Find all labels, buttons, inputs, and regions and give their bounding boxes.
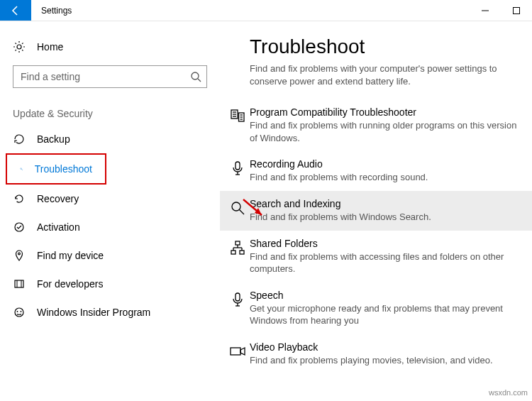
sidebar-item-label: Windows Insider Program xyxy=(37,307,150,318)
troubleshooter-search-indexing[interactable]: Search and Indexing Find and fix problem… xyxy=(220,191,532,231)
search-icon xyxy=(190,71,201,82)
svg-point-27 xyxy=(232,202,240,211)
page-heading: Troubleshoot xyxy=(220,35,532,62)
svg-line-28 xyxy=(240,210,245,215)
window-title: Settings xyxy=(31,0,470,21)
sidebar-item-label: Troubleshoot xyxy=(35,163,92,175)
search-input[interactable] xyxy=(13,65,207,88)
svg-rect-1 xyxy=(514,7,520,13)
svg-line-7 xyxy=(22,169,23,170)
page-lead: Find and fix problems with your computer… xyxy=(220,62,532,99)
troubleshooter-title: Program Compatibility Troubleshooter xyxy=(250,106,518,119)
watermark: wsxdn.com xyxy=(489,388,528,397)
insider-icon xyxy=(13,306,26,319)
gear-icon xyxy=(13,40,26,53)
location-icon xyxy=(13,249,26,262)
sidebar-item-label: Recovery xyxy=(37,193,79,204)
main-content: Troubleshoot Find and fix problems with … xyxy=(220,21,532,401)
back-button[interactable] xyxy=(0,0,31,21)
troubleshooter-desc: Find and fix problems playing movies, te… xyxy=(250,354,518,367)
svg-rect-39 xyxy=(231,348,240,355)
troubleshooter-recording-audio[interactable]: Recording Audio Find and fix problems wi… xyxy=(220,151,532,191)
svg-point-15 xyxy=(21,311,22,312)
svg-rect-36 xyxy=(235,293,240,301)
sidebar-item-troubleshoot[interactable]: Troubleshoot xyxy=(7,155,105,183)
sidebar: Home Update & Security Backup Troublesho… xyxy=(0,21,220,401)
annotation-highlight: Troubleshoot xyxy=(6,153,106,185)
svg-point-9 xyxy=(18,253,21,255)
troubleshooter-desc: Find and fix problems with recording sou… xyxy=(250,171,518,184)
sidebar-home-label: Home xyxy=(37,41,63,53)
troubleshooter-video-playback[interactable]: Video Playback Find and fix problems pla… xyxy=(220,334,532,374)
svg-point-13 xyxy=(15,308,23,317)
svg-rect-29 xyxy=(235,241,240,245)
sidebar-section-header: Update & Security xyxy=(0,101,220,125)
developers-icon xyxy=(13,278,26,290)
sidebar-item-label: Activation xyxy=(37,221,80,233)
minimize-button[interactable] xyxy=(470,0,501,21)
troubleshooter-desc: Find and fix problems with accessing fil… xyxy=(250,251,518,275)
recovery-icon xyxy=(13,192,26,205)
sidebar-item-home[interactable]: Home xyxy=(0,33,220,61)
maximize-button[interactable] xyxy=(501,0,532,21)
sidebar-item-recovery[interactable]: Recovery xyxy=(0,185,220,213)
svg-point-2 xyxy=(17,45,21,49)
sidebar-item-backup[interactable]: Backup xyxy=(0,125,220,153)
troubleshooter-title: Search and Indexing xyxy=(250,198,518,211)
troubleshooter-title: Video Playback xyxy=(250,341,518,354)
sidebar-item-find-my-device[interactable]: Find my device xyxy=(0,241,220,270)
search-icon xyxy=(226,198,250,224)
svg-rect-10 xyxy=(15,280,23,287)
svg-point-8 xyxy=(15,223,23,231)
svg-point-5 xyxy=(21,167,22,169)
sidebar-item-label: Backup xyxy=(37,133,70,145)
video-icon xyxy=(226,341,250,367)
troubleshooter-program-compatibility[interactable]: Program Compatibility Troubleshooter Fin… xyxy=(220,99,532,151)
microphone-icon xyxy=(226,290,250,327)
sidebar-item-insider[interactable]: Windows Insider Program xyxy=(0,298,220,326)
svg-rect-31 xyxy=(240,251,244,254)
sidebar-item-for-developers[interactable]: For developers xyxy=(0,270,220,298)
troubleshooter-shared-folders[interactable]: Shared Folders Find and fix problems wit… xyxy=(220,231,532,282)
troubleshooter-title: Recording Audio xyxy=(250,158,518,171)
troubleshooter-speech[interactable]: Speech Get your microphone ready and fix… xyxy=(220,282,532,334)
svg-point-14 xyxy=(17,311,18,312)
sidebar-item-label: Find my device xyxy=(37,250,104,261)
svg-rect-30 xyxy=(231,251,235,254)
compatibility-icon xyxy=(226,106,250,144)
svg-point-3 xyxy=(192,72,199,79)
troubleshooter-desc: Find and fix problems with running older… xyxy=(250,119,518,144)
sidebar-item-label: For developers xyxy=(37,278,103,290)
troubleshooter-title: Speech xyxy=(250,290,518,302)
sidebar-item-activation[interactable]: Activation xyxy=(0,213,220,241)
troubleshooter-title: Shared Folders xyxy=(250,238,518,251)
activation-icon xyxy=(13,221,26,234)
network-icon xyxy=(226,238,250,275)
key-icon xyxy=(20,163,23,175)
troubleshooter-desc: Find and fix problems with Windows Searc… xyxy=(250,211,518,224)
svg-line-4 xyxy=(198,79,201,82)
microphone-icon xyxy=(226,158,250,184)
backup-icon xyxy=(13,133,26,145)
troubleshooter-desc: Get your microphone ready and fix proble… xyxy=(250,302,518,327)
svg-rect-24 xyxy=(235,162,240,170)
